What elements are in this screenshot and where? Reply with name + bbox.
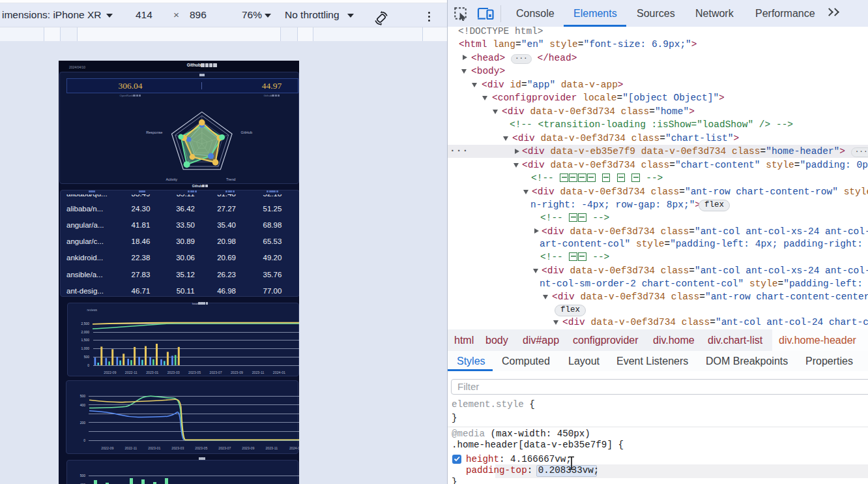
svg-text:Response: Response xyxy=(146,130,162,134)
svg-text:Trend: Trend xyxy=(226,177,235,181)
svg-text:GitHub: GitHub xyxy=(241,130,252,134)
svg-text:Activity: Activity xyxy=(166,177,177,181)
